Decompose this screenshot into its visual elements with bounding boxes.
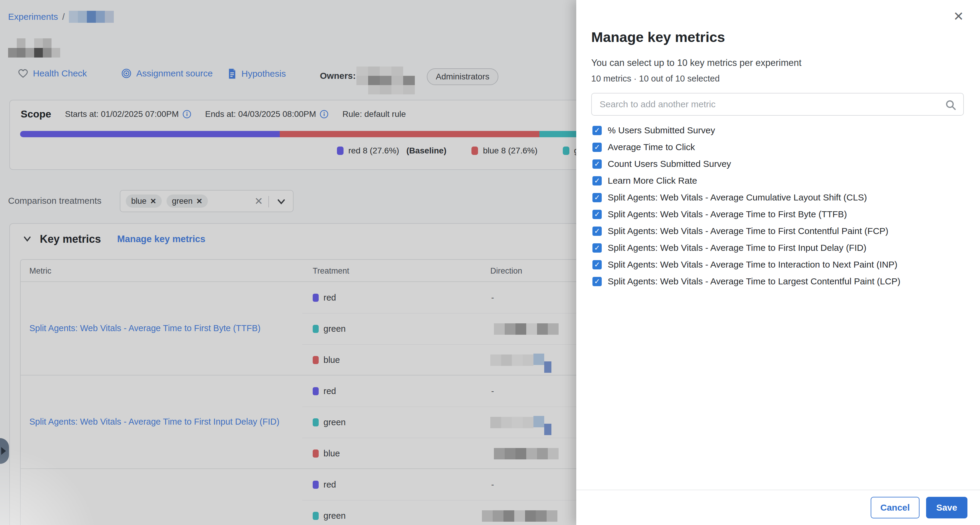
collapse-chevron-icon[interactable] xyxy=(22,235,32,243)
metric-checkbox-row[interactable]: ✓Split Agents: Web Vitals - Average Time… xyxy=(592,209,900,219)
treatment-name: blue xyxy=(323,448,340,458)
checkbox-checked-icon[interactable]: ✓ xyxy=(592,126,602,135)
close-icon[interactable]: ✕ xyxy=(953,10,964,23)
assignment-source-link[interactable]: Assignment source xyxy=(121,68,213,78)
comparison-treatments-label: Comparison treatments xyxy=(8,196,102,206)
treatment-swatch xyxy=(313,481,319,489)
metric-checkbox-row[interactable]: ✓Count Users Submitted Survey xyxy=(592,159,900,169)
info-icon[interactable] xyxy=(182,110,191,119)
breadcrumb-separator: / xyxy=(62,12,65,22)
metric-search-box xyxy=(591,93,964,116)
breadcrumb-redacted-name xyxy=(69,11,114,23)
treatment-name: green xyxy=(323,417,346,427)
checkbox-checked-icon[interactable]: ✓ xyxy=(592,260,602,270)
document-icon xyxy=(228,68,237,79)
panel-subtitle: You can select up to 10 key metrics per … xyxy=(591,57,802,68)
hypothesis-label: Hypothesis xyxy=(242,69,286,79)
manage-key-metrics-panel: ✕ Manage key metrics You can select up t… xyxy=(576,0,980,525)
treatment-swatch xyxy=(313,418,319,426)
manage-key-metrics-link[interactable]: Manage key metrics xyxy=(117,234,205,244)
metric-search-input[interactable] xyxy=(592,94,963,115)
panel-footer: Cancel Save xyxy=(576,490,980,525)
treatment-swatch xyxy=(313,387,319,395)
checkbox-checked-icon[interactable]: ✓ xyxy=(592,243,602,253)
chip-remove-icon[interactable]: ✕ xyxy=(196,197,202,206)
chip-label: green xyxy=(172,196,192,206)
metric-option-label: Split Agents: Web Vitals - Average Time … xyxy=(608,260,897,270)
metrics-count-line: 10 metrics · 10 out of 10 selected xyxy=(591,74,720,84)
treatment-swatch xyxy=(313,356,319,364)
save-button[interactable]: Save xyxy=(926,497,967,519)
checkbox-checked-icon[interactable]: ✓ xyxy=(592,210,602,219)
treatment-name: red xyxy=(323,386,336,396)
bar-segment-red xyxy=(20,131,280,137)
treatment-name: green xyxy=(323,324,346,334)
direction-value: - xyxy=(491,480,494,489)
scope-starts-at: Starts at: 01/02/2025 07:00PM xyxy=(65,109,179,119)
metric-option-label: Split Agents: Web Vitals - Average Time … xyxy=(608,226,888,236)
metric-option-label: Count Users Submitted Survey xyxy=(608,159,731,169)
metric-checkbox-row[interactable]: ✓Learn More Click Rate xyxy=(592,176,900,186)
checkbox-checked-icon[interactable]: ✓ xyxy=(592,193,602,202)
treatment-swatch xyxy=(313,512,319,520)
key-metrics-title: Key metrics xyxy=(40,233,101,246)
metric-option-label: Average Time to Click xyxy=(608,142,695,152)
legend-item: blue 8 (27.6%) xyxy=(471,146,537,156)
treatment-name: red xyxy=(323,480,336,490)
metric-link-ttfb[interactable]: Split Agents: Web Vitals - Average Time … xyxy=(29,323,261,334)
info-icon[interactable] xyxy=(320,110,329,119)
column-header-treatment: Treatment xyxy=(313,266,349,276)
cancel-button[interactable]: Cancel xyxy=(871,497,920,519)
search-icon[interactable] xyxy=(945,99,957,112)
direction-value: - xyxy=(491,293,494,302)
checkbox-checked-icon[interactable]: ✓ xyxy=(592,227,602,236)
health-check-label: Health Check xyxy=(33,68,87,78)
administrators-badge: Administrators xyxy=(427,68,498,85)
chip-label: blue xyxy=(131,196,146,206)
metric-link-learn-more[interactable]: Learn More Click Rate xyxy=(29,523,116,525)
metric-option-label: Split Agents: Web Vitals - Average Time … xyxy=(608,276,900,286)
direction-redacted xyxy=(494,323,558,335)
scope-rule: Rule: default rule xyxy=(342,109,406,119)
assignment-source-label: Assignment source xyxy=(136,68,213,78)
checkbox-checked-icon[interactable]: ✓ xyxy=(592,143,602,152)
treatment-name: red xyxy=(323,293,336,303)
health-check-link[interactable]: Health Check xyxy=(18,68,87,78)
metric-checkbox-row[interactable]: ✓Split Agents: Web Vitals - Average Time… xyxy=(592,276,900,286)
metric-option-label: Split Agents: Web Vitals - Average Time … xyxy=(608,243,867,253)
checkbox-checked-icon[interactable]: ✓ xyxy=(592,277,602,286)
treatment-swatch xyxy=(313,294,319,302)
legend-swatch-blue xyxy=(471,147,478,155)
chevron-down-icon[interactable] xyxy=(276,197,286,207)
chip-blue[interactable]: blue ✕ xyxy=(126,195,162,207)
sidebar-expand-handle[interactable] xyxy=(0,438,9,464)
metric-checkbox-row[interactable]: ✓Split Agents: Web Vitals - Average Cumu… xyxy=(592,192,900,203)
metric-link-fid[interactable]: Split Agents: Web Vitals - Average Time … xyxy=(29,416,280,428)
treatment-swatch xyxy=(313,450,319,458)
owners-label: Owners: xyxy=(320,71,356,81)
checkbox-checked-icon[interactable]: ✓ xyxy=(592,176,602,185)
legend-baseline-tag: (Baseline) xyxy=(406,146,447,156)
direction-redacted xyxy=(482,510,557,522)
metric-checkbox-row[interactable]: ✓% Users Submitted Survey xyxy=(592,125,900,136)
select-divider xyxy=(268,196,269,207)
breadcrumb-experiments-link[interactable]: Experiments xyxy=(8,12,58,22)
experiment-meta-row: Health Check Assignment source Hypothesi… xyxy=(0,68,576,85)
chevron-right-icon xyxy=(1,447,6,455)
chip-green[interactable]: green ✕ xyxy=(167,195,208,207)
metric-checkbox-row[interactable]: ✓Average Time to Click xyxy=(592,142,900,152)
clear-selection-icon[interactable]: ✕ xyxy=(255,195,263,207)
checkbox-checked-icon[interactable]: ✓ xyxy=(592,160,602,169)
page-title-redacted xyxy=(8,38,60,57)
heart-icon xyxy=(18,69,28,78)
column-header-direction: Direction xyxy=(490,266,522,276)
hypothesis-link[interactable]: Hypothesis xyxy=(228,68,286,79)
metric-checkbox-row[interactable]: ✓Split Agents: Web Vitals - Average Time… xyxy=(592,243,900,253)
metric-checkbox-row[interactable]: ✓Split Agents: Web Vitals - Average Time… xyxy=(592,260,900,270)
chip-remove-icon[interactable]: ✕ xyxy=(150,197,156,206)
metric-checkbox-row[interactable]: ✓Split Agents: Web Vitals - Average Time… xyxy=(592,226,900,236)
comparison-treatments-select[interactable]: blue ✕ green ✕ ✕ xyxy=(120,190,294,212)
scope-ends-at: Ends at: 04/03/2025 08:00PM xyxy=(205,109,316,119)
target-icon xyxy=(121,68,132,78)
legend-swatch-red xyxy=(337,147,344,155)
